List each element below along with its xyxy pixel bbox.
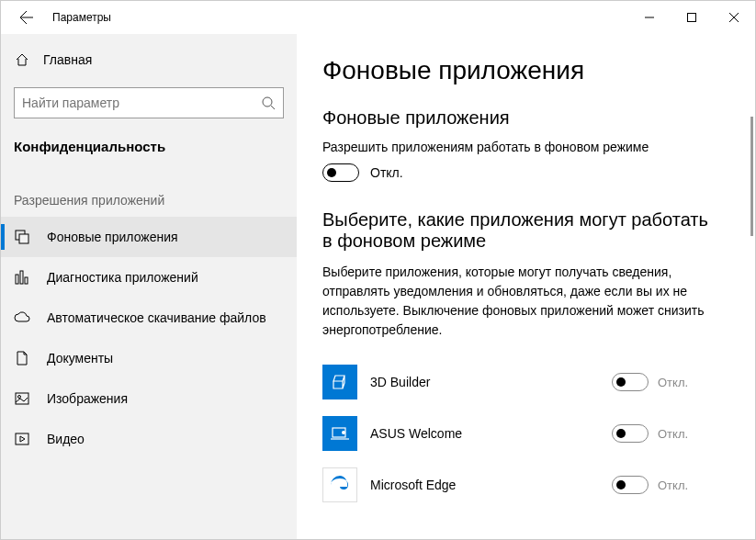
scrollbar[interactable]: [750, 117, 753, 236]
description-text: Выберите приложения, которые могут получ…: [322, 263, 708, 340]
sidebar-item-app-diagnostics[interactable]: Диагностика приложений: [1, 257, 297, 298]
sidebar-item-label: Изображения: [47, 391, 128, 406]
svg-rect-9: [16, 433, 28, 444]
home-label: Главная: [43, 52, 92, 67]
document-icon: [14, 350, 30, 366]
svg-rect-0: [688, 14, 696, 22]
app-name: ASUS Welcome: [370, 426, 599, 441]
arrow-left-icon: [19, 10, 34, 25]
search-input[interactable]: [22, 96, 261, 110]
toggle-state: Откл.: [370, 165, 403, 180]
search-box[interactable]: [14, 87, 284, 118]
app-toggle-3d-builder[interactable]: [612, 373, 649, 391]
home-icon: [14, 51, 30, 68]
section-title: Фоновые приложения: [322, 107, 722, 129]
sidebar-item-auto-downloads[interactable]: Автоматическое скачивание файлов: [1, 298, 297, 338]
maximize-icon: [687, 13, 696, 22]
sidebar-item-pictures[interactable]: Изображения: [1, 378, 297, 419]
app-toggle-asus-welcome[interactable]: [612, 424, 649, 443]
svg-point-8: [18, 396, 21, 399]
sidebar-item-label: Видео: [47, 432, 85, 446]
back-button[interactable]: [8, 1, 45, 34]
minimize-button[interactable]: [628, 1, 671, 34]
sidebar-item-label: Диагностика приложений: [47, 270, 198, 285]
toggle-state: Откл.: [658, 427, 688, 441]
close-button[interactable]: [713, 1, 755, 34]
svg-rect-3: [19, 234, 28, 243]
app-icon-microsoft-edge: [322, 467, 357, 502]
maximize-button[interactable]: [671, 1, 713, 34]
svg-point-1: [263, 97, 272, 107]
app-name: 3D Builder: [370, 375, 599, 389]
sidebar-item-label: Автоматическое скачивание файлов: [47, 310, 266, 325]
cloud-icon: [14, 309, 30, 326]
sidebar: Главная Конфиденциальность Разрешения пр…: [1, 34, 297, 539]
sidebar-item-label: Документы: [47, 351, 113, 366]
section-title-2: Выберите, какие приложения могут работат…: [322, 209, 708, 252]
svg-point-11: [342, 431, 345, 434]
window-title: Параметры: [45, 11, 111, 24]
app-icon-3d-builder: [322, 365, 357, 399]
sidebar-item-background-apps[interactable]: Фоновые приложения: [1, 217, 297, 257]
video-icon: [14, 431, 30, 447]
svg-rect-6: [25, 277, 28, 284]
allow-background-toggle[interactable]: [322, 163, 359, 182]
app-icon-asus-welcome: [322, 416, 357, 451]
home-nav[interactable]: Главная: [1, 41, 297, 78]
app-row-asus-welcome: ASUS Welcome Откл.: [322, 408, 722, 459]
sidebar-item-label: Фоновые приложения: [47, 230, 178, 244]
allow-background-label: Разрешить приложениям работать в фоновом…: [322, 140, 722, 154]
toggle-state: Откл.: [658, 376, 688, 389]
svg-rect-5: [20, 271, 23, 284]
sidebar-item-videos[interactable]: Видео: [1, 419, 297, 459]
app-toggle-microsoft-edge[interactable]: [612, 476, 649, 494]
app-row-3d-builder: 3D Builder Откл.: [322, 356, 722, 408]
close-icon: [729, 13, 739, 22]
titlebar: Параметры: [1, 1, 755, 34]
app-row-microsoft-edge: Microsoft Edge Откл.: [322, 459, 722, 511]
toggle-state: Откл.: [658, 478, 688, 492]
pictures-icon: [14, 390, 30, 407]
category-header: Конфиденциальность: [1, 131, 297, 169]
search-icon: [261, 96, 276, 110]
page-title: Фоновые приложения: [322, 56, 722, 85]
sidebar-item-documents[interactable]: Документы: [1, 338, 297, 378]
diagnostics-icon: [14, 269, 30, 286]
minimize-icon: [645, 13, 654, 22]
app-name: Microsoft Edge: [370, 478, 599, 492]
section-label: Разрешения приложений: [1, 169, 297, 217]
content-area: Фоновые приложения Фоновые приложения Ра…: [297, 34, 755, 539]
background-apps-icon: [14, 229, 30, 245]
svg-rect-4: [16, 275, 18, 284]
